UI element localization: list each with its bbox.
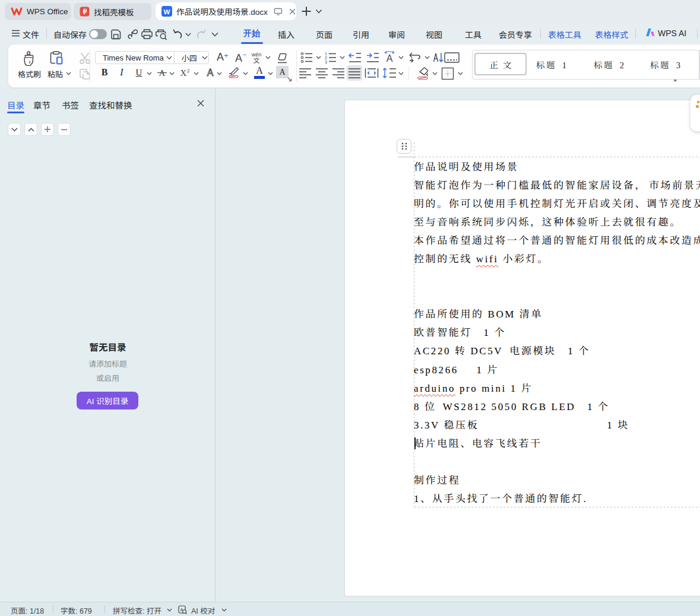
svg-text:A: A bbox=[387, 53, 393, 63]
svg-text:文: 文 bbox=[254, 55, 260, 64]
svg-text:X: X bbox=[180, 68, 187, 78]
svg-text:2: 2 bbox=[187, 68, 190, 74]
svg-text:3: 3 bbox=[325, 60, 327, 63]
svg-text:A: A bbox=[207, 68, 214, 78]
svg-text:1: 1 bbox=[325, 52, 327, 56]
svg-text:W: W bbox=[164, 8, 170, 15]
svg-text:2: 2 bbox=[325, 56, 327, 60]
